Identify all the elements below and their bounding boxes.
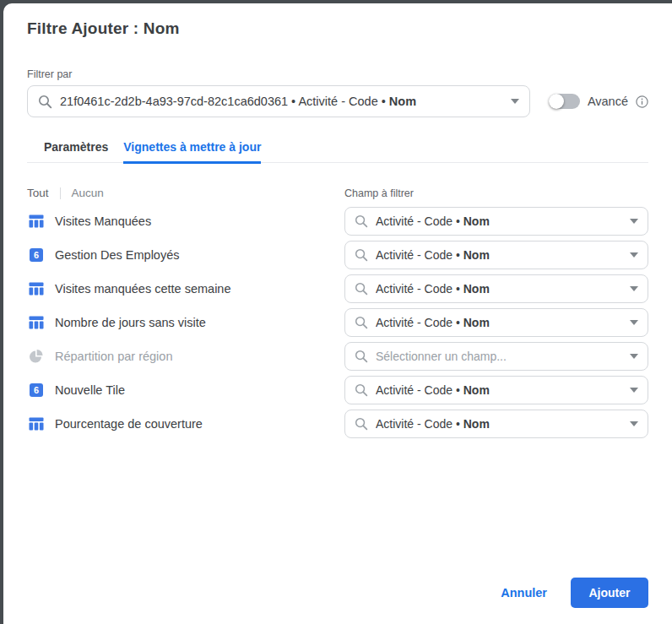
chevron-down-icon <box>630 421 638 426</box>
field-select-dropdown[interactable]: Sélectionner un champ... <box>344 342 648 371</box>
field-select-value: Activité - Code • Nom <box>376 248 490 262</box>
field-select-value: Activité - Code • Nom <box>376 214 490 228</box>
field-select-dropdown[interactable]: Activité - Code • Nom <box>344 207 648 236</box>
tile-label: Visites Manquées <box>55 214 151 228</box>
field-select-dropdown[interactable]: Activité - Code • Nom <box>344 274 648 303</box>
tile-label: Nouvelle Tile <box>55 383 125 397</box>
tile-info: Répartition par région <box>27 349 172 364</box>
table-chart-icon <box>29 281 44 296</box>
table-chart-icon <box>29 416 44 431</box>
tab-parametres[interactable]: Paramètres <box>44 140 108 164</box>
field-select-dropdown[interactable]: Activité - Code • Nom <box>344 376 648 404</box>
toggle-knob <box>549 94 564 109</box>
filter-by-row: 21f0461c-2d2b-4a93-97cd-82c1ca6d0361 • A… <box>27 85 648 117</box>
field-column-header: Champ à filtrer <box>344 187 414 199</box>
number-tile-icon: 6 <box>29 247 44 263</box>
field-select-dropdown[interactable]: Activité - Code • Nom <box>344 410 648 438</box>
search-icon <box>355 383 368 397</box>
filter-by-label: Filtrer par <box>27 68 648 80</box>
search-icon <box>355 214 368 228</box>
tile-info: 6 Nouvelle Tile <box>27 383 125 398</box>
chevron-down-icon <box>511 99 519 104</box>
tile-row: 6 Nouvelle Tile Activité - Code • Nom <box>27 376 648 404</box>
tile-row: Répartition par région Sélectionner un c… <box>27 342 648 371</box>
select-none-link[interactable]: Aucun <box>72 187 104 199</box>
tile-row: Visites manquées cette semaine Activité … <box>27 274 648 303</box>
select-all-link[interactable]: Tout <box>27 187 49 199</box>
field-select-dropdown[interactable]: Activité - Code • Nom <box>344 241 648 269</box>
tile-info: Nombre de jours sans visite <box>27 315 206 330</box>
tile-info: Pourcentage de couverture <box>27 416 203 431</box>
filter-by-combobox[interactable]: 21f0461c-2d2b-4a93-97cd-82c1ca6d0361 • A… <box>27 85 530 117</box>
dialog-title: Filtre Ajouter : Nom <box>27 19 648 38</box>
tile-list: Visites Manquées Activité - Code • Nom <box>27 207 648 443</box>
field-select-dropdown[interactable]: Activité - Code • Nom <box>344 308 648 337</box>
field-select-value: Activité - Code • Nom <box>376 316 490 329</box>
field-select-value: Activité - Code • Nom <box>376 417 490 431</box>
tab-vignettes[interactable]: Vignettes à mettre à jour <box>123 140 261 164</box>
add-button[interactable]: Ajouter <box>571 578 648 608</box>
number-tile-icon: 6 <box>29 383 44 398</box>
vertical-divider <box>60 187 61 199</box>
search-icon <box>355 282 368 296</box>
add-filter-dialog: Filtre Ajouter : Nom Filtrer par 21f0461… <box>3 3 672 624</box>
tile-row: Pourcentage de couverture Activité - Cod… <box>27 410 648 438</box>
dialog-footer: Annuler Ajouter <box>27 578 648 624</box>
tile-row: Nombre de jours sans visite Activité - C… <box>27 308 648 337</box>
advanced-toggle[interactable] <box>549 94 580 109</box>
tile-info: Visites Manquées <box>27 214 151 229</box>
chevron-down-icon <box>630 219 638 224</box>
search-icon <box>355 316 368 329</box>
info-icon[interactable] <box>636 95 648 108</box>
pie-chart-icon <box>29 349 44 364</box>
tile-label: Visites manquées cette semaine <box>55 282 231 296</box>
search-icon <box>355 417 368 431</box>
search-icon <box>38 95 52 109</box>
cancel-button[interactable]: Annuler <box>492 579 555 606</box>
tile-label: Pourcentage de couverture <box>55 417 203 431</box>
tile-row: 6 Gestion Des Employés Activité - Code •… <box>27 241 648 269</box>
table-chart-icon <box>29 315 44 330</box>
tile-row: Visites Manquées Activité - Code • Nom <box>27 207 648 236</box>
tile-info: 6 Gestion Des Employés <box>27 247 179 263</box>
chevron-down-icon <box>630 354 638 359</box>
chevron-down-icon <box>630 252 638 258</box>
chevron-down-icon <box>630 320 638 325</box>
field-select-value: Activité - Code • Nom <box>376 282 490 296</box>
table-chart-icon <box>29 214 44 229</box>
advanced-label: Avancé <box>588 95 628 108</box>
field-select-value: Sélectionner un champ... <box>376 350 507 363</box>
filter-by-value: 21f0461c-2d2b-4a93-97cd-82c1ca6d0361 • A… <box>60 95 416 108</box>
tile-info: Visites manquées cette semaine <box>27 281 231 296</box>
field-select-value: Activité - Code • Nom <box>376 383 490 397</box>
tile-label: Répartition par région <box>55 350 172 363</box>
tile-label: Gestion Des Employés <box>55 248 179 262</box>
tile-label: Nombre de jours sans visite <box>55 316 206 329</box>
chevron-down-icon <box>630 388 638 393</box>
tab-bar: Paramètres Vignettes à mettre à jour <box>27 140 648 163</box>
search-icon <box>355 248 368 262</box>
advanced-control: Avancé <box>549 94 648 109</box>
chevron-down-icon <box>630 286 638 291</box>
list-header: Tout Aucun Champ à filtrer <box>27 187 648 199</box>
search-icon <box>355 350 368 363</box>
